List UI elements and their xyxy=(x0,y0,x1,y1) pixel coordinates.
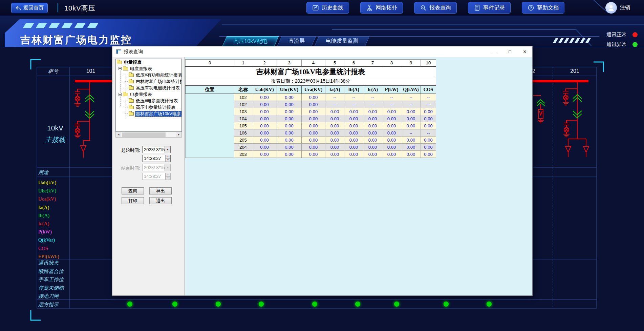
report-cell: -- xyxy=(325,94,344,101)
report-cell: 0.00 xyxy=(363,108,382,115)
dialog-titlebar[interactable]: 报表查询 — □ ✕ xyxy=(112,46,532,57)
start-date-dropdown-icon[interactable]: ▼ xyxy=(165,146,170,153)
comm-abnormal-row: 通讯异常 xyxy=(606,41,638,48)
report-search-icon xyxy=(420,4,427,11)
network-topology-label: 网络拓扑 xyxy=(375,4,397,12)
tree-item[interactable]: 电度量报表 xyxy=(116,65,181,72)
remote-indicator-dot xyxy=(487,302,492,307)
measurement-label: P(kW) xyxy=(38,229,59,237)
maximize-button[interactable]: □ xyxy=(502,46,517,57)
scroll-right-arrow[interactable]: ► xyxy=(176,132,181,137)
tree-item[interactable]: 吉林财富广场10kV电参量 xyxy=(116,110,181,117)
start-date-picker[interactable]: 2023/ 3/15 ▼ xyxy=(142,146,171,153)
query-button[interactable]: 查询 xyxy=(122,187,144,194)
end-date-dropdown-icon: ▼ xyxy=(165,164,170,171)
report-cell: 0.00 xyxy=(252,101,277,108)
remote-indicator-dot xyxy=(394,302,399,307)
tab-power-quality[interactable]: 电能质量监测 xyxy=(315,36,370,46)
end-time-spinner: 14:38:27 ▲▼ xyxy=(142,173,171,180)
measurement-label: Ib(A) xyxy=(38,213,59,221)
status-label: 通讯状态 xyxy=(38,260,64,268)
tree-horizontal-scrollbar[interactable]: ◄ ► xyxy=(115,132,182,138)
tree-item[interactable]: 低压#有功电能统计报表 xyxy=(116,72,181,78)
exit-button[interactable]: 退出 xyxy=(149,197,172,204)
export-button[interactable]: 导出 xyxy=(149,187,172,194)
tree-expander-icon[interactable] xyxy=(119,67,122,70)
start-time-value: 14:38:27 xyxy=(143,156,165,161)
folder-icon xyxy=(129,106,134,109)
report-cell: 0.00 xyxy=(252,129,277,137)
report-cell: 0.00 xyxy=(382,108,401,115)
report-cell: 0.00 xyxy=(363,115,382,122)
start-time-up-icon[interactable]: ▲ xyxy=(166,155,170,158)
report-col-header: Ib(A) xyxy=(344,86,363,94)
tab-dc-panel[interactable]: 直流屏 xyxy=(277,36,316,46)
history-curve-button[interactable]: 历史曲线 xyxy=(306,2,349,14)
col-number: 2 xyxy=(252,60,277,66)
report-row: 1020.000.000.00------------ xyxy=(186,94,436,101)
measurement-label: COS xyxy=(38,246,59,254)
band-decor-line-1 xyxy=(222,24,644,25)
user-avatar[interactable] xyxy=(605,2,617,14)
event-log-icon xyxy=(474,4,480,11)
tree-item[interactable]: 高压有功电能统计报表 xyxy=(116,85,181,91)
report-tree: 电量报表电度量报表低压#有功电能统计报表吉林财富广场电能统计报高压有功电能统计报… xyxy=(115,59,182,132)
report-cell: 0.00 xyxy=(401,144,421,151)
tree-item[interactable]: 电参量报表 xyxy=(116,91,181,98)
status-label: 接地刀闸 xyxy=(38,293,64,302)
user-icon xyxy=(607,4,615,12)
report-date: 报表日期：2023年03月15日14时38分 xyxy=(186,77,436,86)
minimize-button[interactable]: — xyxy=(488,46,502,57)
report-cell: 0.00 xyxy=(401,137,421,144)
folder-icon xyxy=(129,80,134,83)
tree-item-label: 高压有功电能统计报表 xyxy=(135,85,180,91)
remote-indicator-dot xyxy=(127,302,132,307)
tree-stub xyxy=(124,101,128,101)
report-query-button[interactable]: 报表查询 xyxy=(414,2,457,14)
tree-item[interactable]: 吉林财富广场电能统计报 xyxy=(116,78,181,85)
close-button[interactable]: ✕ xyxy=(517,46,532,57)
start-time-spinner[interactable]: 14:38:27 ▲▼ xyxy=(142,155,171,162)
event-log-button[interactable]: 事件记录 xyxy=(468,2,511,14)
tab-hv-10kv[interactable]: 高压10kV配电 xyxy=(222,36,279,46)
tree-item-label: 吉林财富广场10kV电参量 xyxy=(135,111,182,117)
history-curve-label: 历史曲线 xyxy=(322,4,343,12)
folder-icon xyxy=(123,67,128,70)
report-cell: 0.00 xyxy=(302,129,325,137)
tree-item[interactable]: 低压#电参量统计报表 xyxy=(116,98,181,104)
report-cell: 0.00 xyxy=(344,129,363,137)
tree-item-label: 电参量报表 xyxy=(129,91,153,98)
comm-normal-row: 通讯正常 xyxy=(606,32,638,38)
comm-normal-indicator xyxy=(632,32,638,37)
tree-expander-icon[interactable] xyxy=(119,93,122,96)
help-doc-button[interactable]: ? 帮助文档 xyxy=(522,2,564,14)
report-cell: 0.00 xyxy=(325,151,344,158)
system-title: 吉林财富广场电力监控 xyxy=(20,33,132,47)
scroll-left-arrow[interactable]: ◄ xyxy=(116,132,121,137)
band-decor-line-2 xyxy=(332,29,576,30)
start-time-label: 起始时间: xyxy=(121,147,140,153)
folder-icon xyxy=(117,61,122,64)
back-home-button[interactable]: 返回首页 xyxy=(11,3,48,13)
scroll-thumb[interactable] xyxy=(122,132,166,137)
logout-button[interactable]: 注销 xyxy=(620,4,630,11)
print-button[interactable]: 打印 xyxy=(122,197,144,204)
report-row-name: 102 xyxy=(234,101,252,108)
report-cell: 0.00 xyxy=(382,144,401,151)
tree-item[interactable]: 高压电参量统计报表 xyxy=(116,104,181,110)
report-cell: -- xyxy=(382,101,401,108)
tree-item[interactable]: 电量报表 xyxy=(116,59,181,65)
col-number: 5 xyxy=(325,60,344,66)
report-col-header: COS xyxy=(421,86,436,94)
report-cell: 0.00 xyxy=(382,137,401,144)
network-topology-button[interactable]: 网络拓扑 xyxy=(360,2,403,14)
report-row-name: 106 xyxy=(234,129,252,137)
dialog-body: 电量报表电度量报表低压#有功电能统计报表吉林财富广场电能统计报高压有功电能统计报… xyxy=(112,57,532,295)
tree-item-label: 高压电参量统计报表 xyxy=(135,104,176,110)
help-doc-label: 帮助文档 xyxy=(537,4,559,12)
report-cell: 0.00 xyxy=(252,108,277,115)
measurement-label: Ia(A) xyxy=(38,205,59,213)
start-time-down-icon[interactable]: ▼ xyxy=(166,158,170,162)
measurement-label: Uab(kV) xyxy=(38,180,59,188)
report-cell: 0.00 xyxy=(421,151,436,158)
